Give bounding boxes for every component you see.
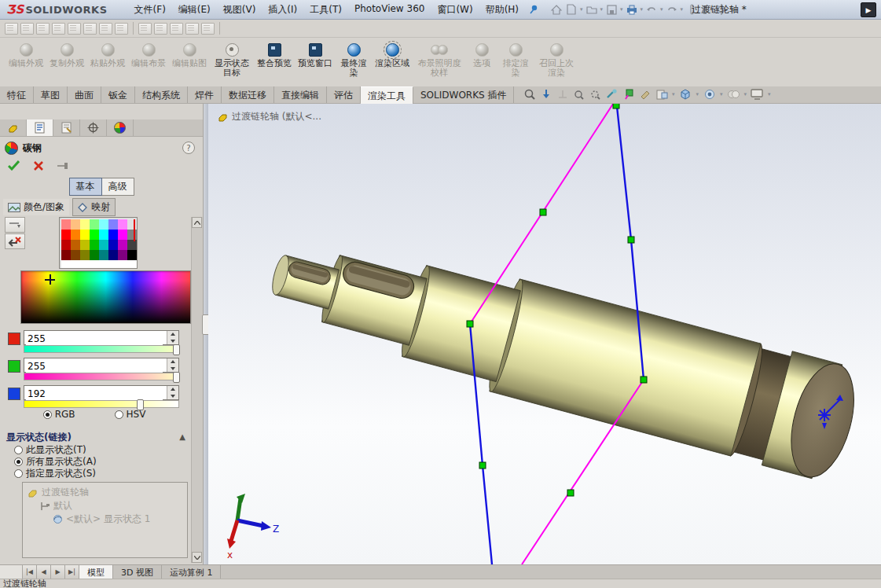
palette-swatch[interactable] [80,219,90,230]
toolbar-icon[interactable] [201,23,215,35]
scene-illumination-proof-button[interactable]: 布景照明度校样 [413,40,465,79]
palette-swatch[interactable] [99,219,108,230]
palette-swatch[interactable] [108,219,118,230]
palette-swatch[interactable] [118,219,127,230]
palette-swatch[interactable] [61,219,71,230]
edit-appearance-icon[interactable] [605,87,619,101]
render-preview-icon[interactable] [727,87,740,101]
ok-button[interactable] [8,160,20,171]
tab-direct-editing[interactable]: 直接编辑 [274,86,327,103]
next-tab-button[interactable]: ▶ [51,565,65,579]
palette-swatch[interactable] [90,230,99,240]
final-render-button[interactable]: 最终渲染 [336,40,371,79]
home-icon[interactable] [549,3,563,16]
previous-view-icon[interactable] [572,87,585,101]
color-image-tab[interactable]: 颜色/图象 [3,199,69,215]
palette-swatch[interactable] [99,240,108,250]
menu-window[interactable]: 窗口(W) [431,1,479,19]
paste-appearance-button[interactable]: 粘贴外观 [88,40,127,69]
specify-display-states-radio[interactable]: 指定显示状态(S) [14,467,96,480]
palette-swatch[interactable] [80,250,90,260]
palette-swatch[interactable] [99,250,108,260]
palette-swatch[interactable] [80,230,90,240]
recall-last-render-button[interactable]: 召回上次渲染 [534,40,578,79]
palette-swatch[interactable] [108,250,118,260]
shaft-model[interactable] [259,216,865,484]
toolbar-icon[interactable] [115,23,128,35]
palette-swatch[interactable] [108,230,118,240]
tab-surfaces[interactable]: 曲面 [68,86,101,103]
toolbar-icon[interactable] [36,23,50,35]
green-slider-knob[interactable] [173,372,180,383]
rgb-radio[interactable]: RGB [43,409,75,420]
edit-appearance-button[interactable]: 编辑外观 [6,40,46,69]
blue-spinner[interactable] [167,386,178,399]
tree-item-display-state[interactable]: <默认> 显示状态 1 [23,513,187,526]
last-tab-button[interactable]: ▶| [65,565,79,579]
blue-slider[interactable] [24,400,179,408]
menu-photoview[interactable]: PhotoView 360 [348,1,431,19]
palette-swatch[interactable] [127,230,137,240]
red-spinner[interactable] [167,331,178,344]
palette-swatch[interactable] [61,240,71,250]
color-picker-crosshair[interactable] [45,274,55,285]
pin-menu-icon[interactable] [528,5,538,15]
palette-swatch[interactable] [61,250,71,260]
palette-swatch[interactable] [118,250,127,260]
palette-swatch[interactable] [71,219,80,230]
copy-appearance-button[interactable]: 复制外观 [47,40,86,69]
render-region-button[interactable]: 渲染区域 [373,40,412,69]
toolbar-icon[interactable] [68,23,81,35]
open-icon[interactable] [585,3,599,16]
dimxpert-manager-tab[interactable] [80,119,107,136]
blue-input[interactable] [26,387,163,400]
green-slider[interactable] [24,373,179,380]
palette-swatch[interactable] [71,250,80,260]
tab-solidworks-addins[interactable]: SOLIDWORKS 插件 [413,86,514,103]
palette-swatch[interactable] [61,230,71,240]
green-input[interactable] [26,359,163,373]
motion-study-tab[interactable]: 运动算例 1 [162,565,222,579]
section-view-icon[interactable] [589,87,602,101]
palette-swatch[interactable] [127,240,137,250]
tree-item-configuration[interactable]: 默认 [23,499,187,513]
mapping-tab[interactable]: 映射 [72,198,116,216]
toolbar-icon[interactable] [185,23,199,35]
red-slider[interactable] [24,345,179,353]
view-settings-icon[interactable] [751,87,764,101]
prev-tab-button[interactable]: ◀ [37,565,51,579]
schedule-render-button[interactable]: 排定渲染 [498,40,533,79]
toolbar-icon[interactable] [99,23,112,35]
normal-to-icon[interactable] [556,87,569,101]
options-button[interactable]: 选项 [467,40,497,69]
menu-insert[interactable]: 插入(I) [262,1,303,19]
feature-manager-tab[interactable] [0,119,27,136]
tab-data-migration[interactable]: 数据迁移 [222,86,274,103]
scroll-down-arrow[interactable] [192,552,202,563]
panel-scrollbar[interactable] [191,217,203,563]
menu-tools[interactable]: 工具(T) [303,1,348,19]
toolbar-icon[interactable] [170,23,183,35]
menu-file[interactable]: 文件(F) [128,1,172,19]
menu-edit[interactable]: 编辑(E) [172,1,217,19]
panel-expand-icon[interactable]: ▶ [861,2,876,17]
tab-structure-system[interactable]: 结构系统 [135,86,188,103]
model-tab[interactable]: 模型 [79,565,113,579]
tab-evaluate[interactable]: 评估 [327,86,361,103]
model-canvas[interactable]: Z x [208,104,881,564]
zoom-area-icon[interactable] [539,87,552,101]
configuration-manager-tab[interactable] [53,119,80,136]
property-manager-tab[interactable] [27,119,53,136]
toolbar-icon[interactable] [154,23,167,35]
tab-features[interactable]: 特征 [0,86,34,103]
red-slider-knob[interactable] [173,344,180,355]
palette-swatch[interactable] [99,230,108,240]
toolbar-icon[interactable] [138,23,152,35]
print-icon[interactable] [625,3,639,16]
integrated-preview-button[interactable]: 整合预览 [255,40,294,69]
graphics-viewport[interactable]: 过渡链轮轴 (默认<... [208,104,881,564]
menu-view[interactable]: 视图(V) [217,1,262,19]
palette-swatch[interactable] [71,230,80,240]
first-tab-button[interactable]: |◀ [23,565,37,579]
apply-scene-icon[interactable] [622,87,635,101]
